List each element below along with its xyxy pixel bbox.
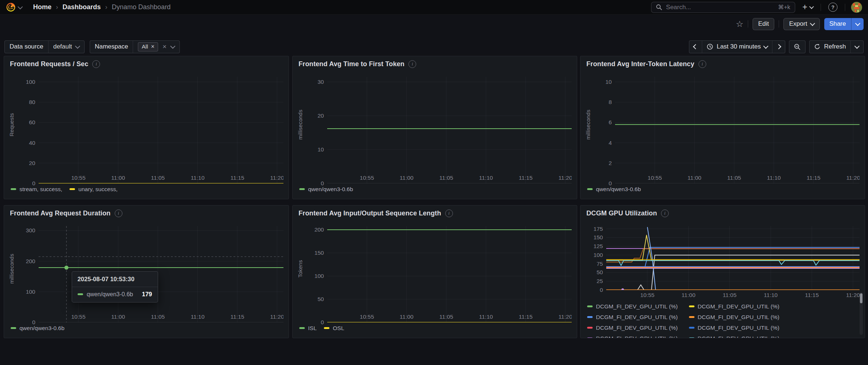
share-menu-button[interactable] bbox=[851, 18, 864, 30]
chart-plot[interactable]: 2025-08-07 10:53:30 qwen/qwen3-0.6b 179 bbox=[39, 226, 283, 312]
refresh-button[interactable]: Refresh bbox=[810, 41, 850, 53]
legend-item[interactable]: qwen/qwen3-0.6b bbox=[11, 323, 64, 333]
legend-marker-icon bbox=[299, 188, 305, 190]
y-axis-label: milliseconds bbox=[583, 77, 592, 173]
x-axis: 10:5511:0011:0511:1011:1511:20 bbox=[4, 173, 283, 182]
x-tick-label: 10:55 bbox=[640, 292, 654, 298]
star-favorite-icon[interactable]: ☆ bbox=[736, 20, 744, 28]
y-tick-label: 75 bbox=[597, 261, 603, 267]
share-button-label: Share bbox=[829, 20, 846, 28]
legend-marker-icon bbox=[587, 337, 593, 338]
y-tick-label: 8 bbox=[608, 99, 612, 105]
add-new-button[interactable]: + bbox=[801, 1, 815, 13]
legend-item[interactable]: qwen/qwen3-0.6b bbox=[299, 184, 353, 194]
share-button[interactable]: Share bbox=[824, 18, 851, 30]
chart-plot[interactable] bbox=[327, 77, 572, 173]
panel-header[interactable]: Frontend Avg Time to First Token i bbox=[293, 56, 577, 72]
chart-plot[interactable] bbox=[615, 77, 860, 173]
x-tick-label: 10:55 bbox=[360, 314, 374, 320]
export-button[interactable]: Export bbox=[783, 18, 819, 30]
chart-plot[interactable] bbox=[606, 226, 860, 290]
legend-item[interactable]: DCGM_FI_DEV_GPU_UTIL (%) bbox=[587, 333, 678, 338]
y-tick-label: 25 bbox=[597, 278, 603, 285]
panel-title: Frontend Avg Request Duration bbox=[10, 210, 111, 217]
x-tick-label: 11:10 bbox=[767, 175, 781, 181]
clear-selection-icon[interactable]: × bbox=[162, 43, 167, 51]
legend-label: ISL bbox=[308, 325, 317, 332]
y-tick-label: 20 bbox=[29, 160, 35, 167]
chart-legend: DCGM_FI_DEV_GPU_UTIL (%)DCGM_FI_DEV_GPU_… bbox=[581, 300, 865, 338]
y-tick-label: 50 bbox=[318, 296, 324, 303]
namespace-select[interactable]: All × × bbox=[133, 41, 179, 53]
breadcrumb-home[interactable]: Home bbox=[33, 3, 51, 11]
legend-item[interactable]: unary, success, bbox=[69, 184, 118, 194]
info-icon[interactable]: i bbox=[115, 210, 122, 217]
legend-item[interactable]: DCGM_FI_DEV_GPU_UTIL (%) bbox=[689, 312, 780, 322]
search-input[interactable] bbox=[665, 3, 775, 11]
panel-header[interactable]: Frontend Avg Inter-Token Latency i bbox=[581, 56, 865, 72]
org-switcher-chevron-icon[interactable] bbox=[18, 4, 23, 9]
breadcrumb-separator: › bbox=[56, 3, 58, 11]
panel-title: DCGM GPU Utilization bbox=[586, 210, 657, 217]
legend-item[interactable]: DCGM_FI_DEV_GPU_UTIL (%) bbox=[587, 322, 678, 333]
breadcrumb: Home › Dashboards › Dynamo Dashboard bbox=[33, 3, 171, 11]
x-tick-label: 11:05 bbox=[151, 314, 165, 320]
x-tick-label: 10:55 bbox=[648, 175, 662, 181]
panel-frontend-avg-ttft: Frontend Avg Time to First Token i milli… bbox=[292, 56, 577, 199]
search-box[interactable]: ⌘+k bbox=[651, 2, 795, 13]
panel-title: Frontend Avg Inter-Token Latency bbox=[586, 60, 694, 68]
x-axis: 10:5511:0011:0511:1011:1511:20 bbox=[293, 312, 572, 321]
info-icon[interactable]: i bbox=[408, 60, 416, 68]
zoom-out-button[interactable] bbox=[789, 41, 805, 53]
legend-item[interactable]: DCGM_FI_DEV_GPU_UTIL (%) bbox=[689, 333, 780, 338]
info-icon[interactable]: i bbox=[661, 210, 669, 217]
legend-item[interactable]: qwen/qwen3-0.6b bbox=[587, 184, 641, 194]
y-axis: 0246810 bbox=[592, 77, 615, 173]
edit-button[interactable]: Edit bbox=[753, 18, 774, 30]
panel-header[interactable]: DCGM GPU Utilization i bbox=[581, 205, 865, 221]
refresh-interval-button[interactable] bbox=[850, 41, 863, 53]
legend-item[interactable]: OSL bbox=[324, 323, 344, 333]
legend-item[interactable]: DCGM_FI_DEV_GPU_UTIL (%) bbox=[689, 322, 780, 333]
legend-scrollbar[interactable] bbox=[860, 292, 863, 335]
legend-item[interactable]: ISL bbox=[299, 323, 317, 333]
scrollbar-thumb[interactable] bbox=[860, 293, 862, 303]
divider bbox=[821, 4, 821, 11]
user-avatar[interactable] bbox=[851, 2, 862, 13]
legend-item[interactable]: stream, success, bbox=[11, 184, 62, 194]
legend-marker-icon bbox=[69, 188, 75, 190]
panel-header[interactable]: Frontend Avg Request Duration i bbox=[4, 205, 289, 221]
refresh-icon bbox=[814, 43, 821, 50]
chevron-down-icon bbox=[809, 4, 814, 9]
info-icon[interactable]: i bbox=[699, 60, 706, 68]
panel-header[interactable]: Frontend Avg Input/Output Sequence Lengt… bbox=[293, 205, 577, 221]
legend-label: qwen/qwen3-0.6b bbox=[308, 186, 353, 193]
chart-plot[interactable] bbox=[39, 77, 283, 173]
y-tick-label: 40 bbox=[29, 140, 35, 146]
legend-item[interactable]: DCGM_FI_DEV_GPU_UTIL (%) bbox=[587, 301, 678, 312]
info-icon[interactable]: i bbox=[445, 210, 453, 217]
datasource-select[interactable]: default bbox=[49, 41, 84, 53]
refresh-split-button: Refresh bbox=[809, 40, 864, 53]
legend-item[interactable]: DCGM_FI_DEV_GPU_UTIL (%) bbox=[587, 312, 678, 322]
datasource-variable: Data source default bbox=[4, 40, 85, 53]
plus-icon: + bbox=[803, 3, 807, 11]
legend-item[interactable]: DCGM_FI_DEV_GPU_UTIL (%) bbox=[689, 301, 780, 312]
x-tick-label: 11:10 bbox=[479, 314, 493, 320]
grafana-logo-icon[interactable] bbox=[6, 2, 16, 12]
namespace-chip-all[interactable]: All × bbox=[138, 42, 158, 51]
chip-close-icon[interactable]: × bbox=[151, 43, 154, 50]
time-forward-button[interactable] bbox=[772, 41, 785, 53]
y-tick-label: 10 bbox=[318, 146, 324, 153]
time-range-label: Last 30 minutes bbox=[717, 43, 761, 50]
y-tick-label: 80 bbox=[29, 99, 35, 105]
chart-plot[interactable] bbox=[327, 226, 572, 312]
time-range-button[interactable]: Last 30 minutes bbox=[702, 41, 772, 53]
time-back-button[interactable] bbox=[689, 41, 702, 53]
namespace-variable: Namespace All × × bbox=[90, 40, 180, 53]
breadcrumb-current: Dynamo Dashboard bbox=[112, 3, 171, 11]
breadcrumb-dashboards[interactable]: Dashboards bbox=[62, 3, 101, 11]
panel-header[interactable]: Frontend Requests / Sec i bbox=[4, 56, 289, 72]
help-button[interactable]: ? bbox=[827, 1, 839, 13]
info-icon[interactable]: i bbox=[92, 60, 100, 68]
